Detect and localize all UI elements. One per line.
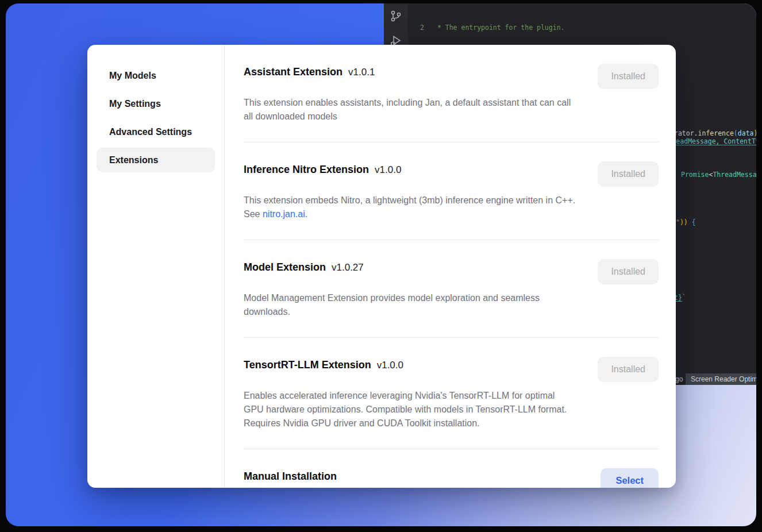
status-text-fragment: go [675,375,683,383]
extension-name: Model Extension [244,261,326,273]
extension-version: v1.0.0 [375,164,401,175]
extension-description: Model Management Extension provides mode… [244,291,576,319]
extension-name: Assistant Extension [244,66,342,78]
installed-badge[interactable]: Installed [598,64,659,89]
source-control-icon[interactable] [389,9,403,23]
extension-row-nitro: Inference Nitro Extensionv1.0.0 Installe… [244,142,659,240]
code-fragment-inference: rator.inference(data)); [674,129,756,138]
extension-name: Inference Nitro Extension [244,164,369,175]
sidebar-item-my-settings[interactable]: My Settings [97,91,215,116]
sidebar-item-extensions[interactable]: Extensions [97,148,215,172]
sidebar-item-my-models[interactable]: My Models [97,63,215,88]
code-fragment-promise: Promise<ThreadMessage> [681,170,756,179]
nitro-jan-ai-link[interactable]: nitro.jan.ai. [263,209,307,219]
code-line: 2 * The entrypoint for the plugin. [408,23,756,33]
manual-installation-title: Manual Installation [244,471,337,482]
sidebar-item-advanced-settings[interactable]: Advanced Settings [97,119,215,144]
extension-name: TensortRT-LLM Extension [244,359,371,371]
extensions-panel: Assistant Extensionv1.0.1 Installed This… [225,45,676,488]
installed-badge[interactable]: Installed [598,259,659,284]
extension-version: v1.0.0 [377,360,403,371]
extension-row-tensorrt: TensortRT-LLM Extensionv1.0.0 Installed … [244,338,659,449]
settings-modal: My Models My Settings Advanced Settings … [87,45,676,488]
settings-sidebar: My Models My Settings Advanced Settings … [87,45,225,488]
code-fragment-template-end: t}` [674,293,686,302]
extension-row-assistant: Assistant Extensionv1.0.1 Installed This… [244,45,659,142]
extension-description: Enables accelerated inference leveraging… [244,389,576,430]
screen-reader-optimized-item[interactable]: Screen Reader Optimize [686,373,756,385]
extension-row-model: Model Extensionv1.0.27 Installed Model M… [244,240,659,338]
extension-version: v1.0.27 [332,262,364,273]
extension-version: v1.0.1 [348,67,375,78]
extension-description: This extension embeds Nitro, a lightweig… [244,194,576,221]
installed-badge[interactable]: Installed [598,357,659,382]
installed-badge[interactable]: Installed [598,161,659,187]
line-number: 2 [408,23,424,33]
extension-description: This extension enables assistants, inclu… [244,96,576,124]
code-fragment-brackets: ")) { [676,218,696,227]
manual-installation-row: Manual Installation Select Select an ext… [244,449,659,488]
select-file-button[interactable]: Select [601,468,659,488]
